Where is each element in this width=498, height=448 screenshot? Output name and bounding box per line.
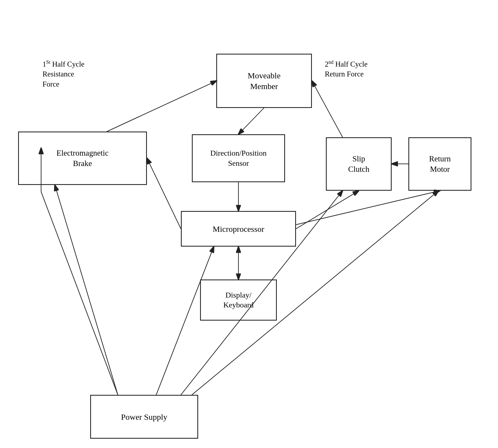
svg-line-7 [147,158,181,229]
svg-line-8 [296,191,359,229]
svg-line-4 [312,81,343,137]
power-supply-box: Power Supply [90,395,198,439]
moveable-member-box: MoveableMember [216,54,312,108]
return-motor-box: ReturnMotor [408,137,471,191]
dir-sensor-box: Direction/PositionSensor [192,134,285,182]
first-half-cycle-label: 1St Half CycleResistanceForce [42,59,84,89]
second-half-cycle-label: 2nd Half CycleReturn Force [325,59,368,79]
microprocessor-box: Microprocessor [181,211,296,247]
em-brake-box: ElectromagneticBrake [18,132,147,185]
svg-line-3 [238,108,264,134]
svg-line-12 [156,247,214,395]
slip-clutch-box: SlipClutch [326,137,392,191]
svg-line-2 [107,81,217,132]
svg-line-11 [55,185,118,395]
display-keyboard-box: Display/Keyboard [200,279,277,321]
svg-line-16 [41,192,118,395]
svg-line-9 [296,191,440,225]
